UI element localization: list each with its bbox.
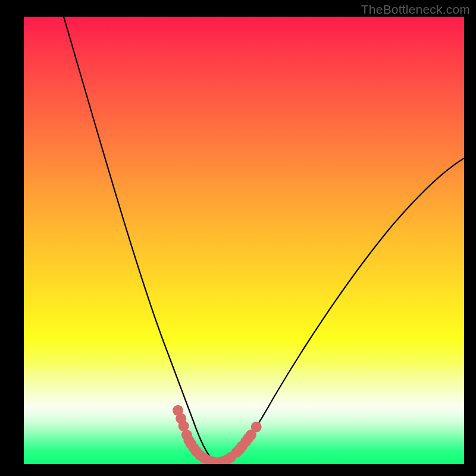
curve-right-path [220, 158, 464, 462]
bottleneck-curve-svg [24, 17, 464, 464]
curve-left-path [64, 17, 220, 462]
curve-group [64, 17, 464, 462]
plot-area [24, 17, 464, 464]
chart-frame: TheBottleneck.com [0, 0, 476, 476]
watermark-text: TheBottleneck.com [361, 2, 470, 17]
marker-group [173, 405, 262, 464]
curve-marker [251, 422, 262, 433]
